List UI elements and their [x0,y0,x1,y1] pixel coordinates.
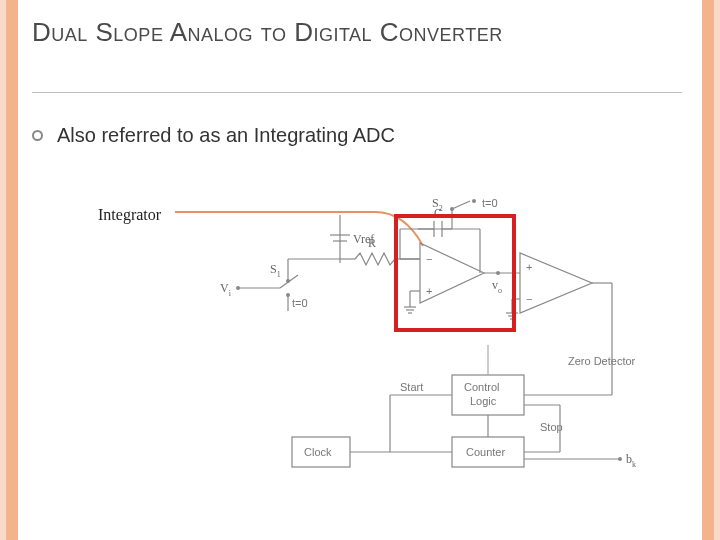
label-stop: Stop [540,421,563,433]
label-c: C [434,206,442,220]
label-start: Start [400,381,423,393]
label-counter: Counter [466,446,505,458]
svg-text:bk: bk [626,452,636,469]
bullet-icon [32,130,43,141]
label-s1-sub: 1 [277,270,281,279]
svg-text:Vi: Vi [220,281,232,298]
opamp1-plus: + [426,285,432,297]
label-t0-s2: t=0 [482,197,498,209]
circuit-diagram: Vref S2 t=0 C Vi [220,195,660,495]
label-vi-sub: i [229,289,232,298]
label-vi: V [220,281,229,295]
svg-point-34 [496,271,500,275]
label-control-2: Logic [470,395,497,407]
label-clock: Clock [304,446,332,458]
svg-text:vo: vo [492,278,502,295]
opamp2-plus: + [526,261,532,273]
svg-line-5 [452,201,470,209]
label-t0-s1: t=0 [292,297,308,309]
label-control-1: Control [464,381,499,393]
label-s1: S [270,262,277,276]
label-zero-detector: Zero Detector [568,355,636,367]
stripe-left-inner [6,0,18,540]
stripe-right-inner [702,0,714,540]
slide: Dual Slope Analog to Digital Converter A… [0,0,720,540]
svg-text:S1: S1 [270,262,281,279]
bullet-text: Also referred to as an Integrating ADC [57,124,395,147]
label-vo-sub: o [498,286,502,295]
label-r: R [368,236,376,250]
title-underline [32,92,682,93]
slide-title: Dual Slope Analog to Digital Converter [32,18,503,48]
svg-line-20 [280,275,298,288]
bullet-item: Also referred to as an Integrating ADC [32,124,395,147]
integrator-label: Integrator [98,206,161,224]
svg-point-57 [618,457,622,461]
label-bk-sub: k [632,460,636,469]
opamp1-minus: − [426,253,432,265]
opamp2-minus: − [526,293,532,305]
svg-point-6 [472,199,476,203]
